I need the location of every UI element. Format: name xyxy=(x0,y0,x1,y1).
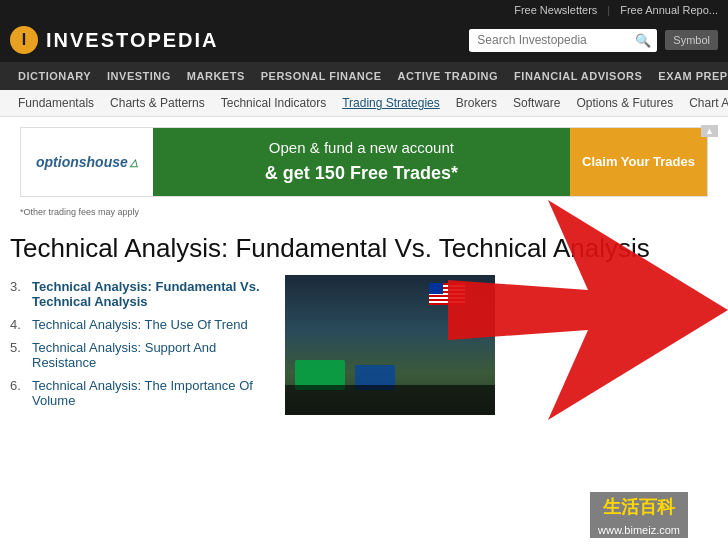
toc-link-5[interactable]: Technical Analysis: Support And Resistan… xyxy=(32,340,270,370)
watermark: 生活百科 www.bimeiz.com xyxy=(590,492,688,538)
top-bar: Free Newsletters | Free Annual Repo... xyxy=(0,0,728,20)
subnav-options-futures[interactable]: Options & Futures xyxy=(568,90,681,116)
nav-dictionary[interactable]: DICTIONARY xyxy=(10,62,99,90)
top-divider: | xyxy=(607,4,610,16)
toc-num-4: 4. xyxy=(10,317,26,332)
ad-subheadline: & get 150 Free Trades* xyxy=(265,163,458,183)
nav-active-trading[interactable]: ACTIVE TRADING xyxy=(390,62,507,90)
logo[interactable]: I INVESTOPEDIA xyxy=(10,26,219,54)
toc-link-3[interactable]: Technical Analysis: Fundamental Vs. Tech… xyxy=(32,279,270,309)
nav-markets[interactable]: MARKETS xyxy=(179,62,253,90)
table-of-contents: 3. Technical Analysis: Fundamental Vs. T… xyxy=(10,275,270,415)
ad-text: Open & fund a new account & get 150 Free… xyxy=(265,137,458,187)
toc-num-5: 5. xyxy=(10,340,26,355)
subnav-software[interactable]: Software xyxy=(505,90,568,116)
article-image xyxy=(285,275,495,415)
toc-link-6[interactable]: Technical Analysis: The Importance Of Vo… xyxy=(32,378,270,408)
watermark-url: www.bimeiz.com xyxy=(590,522,688,538)
ad-cta[interactable]: Claim Your Trades xyxy=(570,128,707,196)
ad-middle: Open & fund a new account & get 150 Free… xyxy=(153,128,570,196)
search-input[interactable] xyxy=(469,29,629,51)
flag-canton xyxy=(429,283,443,294)
subnav-charts-patterns[interactable]: Charts & Patterns xyxy=(102,90,213,116)
nav-investing[interactable]: INVESTING xyxy=(99,62,179,90)
sub-nav: Fundamentals Charts & Patterns Technical… xyxy=(0,90,728,117)
toc-item-5[interactable]: 5. Technical Analysis: Support And Resis… xyxy=(10,336,270,374)
header-right: 🔍 Symbol xyxy=(469,29,718,52)
us-flag xyxy=(429,283,465,305)
main-nav: DICTIONARY INVESTING MARKETS PERSONAL FI… xyxy=(0,62,728,90)
toc-item-6[interactable]: 6. Technical Analysis: The Importance Of… xyxy=(10,374,270,412)
free-newsletters-link[interactable]: Free Newsletters xyxy=(514,4,597,16)
subnav-fundamentals[interactable]: Fundamentals xyxy=(10,90,102,116)
toc-num-3: 3. xyxy=(10,279,26,294)
people-silhouette xyxy=(285,385,495,415)
toc-item-4[interactable]: 4. Technical Analysis: The Use Of Trend xyxy=(10,313,270,336)
nav-exam-prep[interactable]: EXAM PREP xyxy=(650,62,728,90)
search-button[interactable]: 🔍 xyxy=(629,29,657,52)
toc-num-6: 6. xyxy=(10,378,26,393)
logo-text: INVESTOPEDIA xyxy=(46,29,219,52)
header: I INVESTOPEDIA 🔍 Symbol xyxy=(0,20,728,62)
toc-link-4[interactable]: Technical Analysis: The Use Of Trend xyxy=(32,317,248,332)
subnav-chart-advisor[interactable]: Chart Advisor xyxy=(681,90,728,116)
toc-item-3[interactable]: 3. Technical Analysis: Fundamental Vs. T… xyxy=(10,275,270,313)
exchange-floor xyxy=(285,275,495,415)
subnav-brokers[interactable]: Brokers xyxy=(448,90,505,116)
content-area: 3. Technical Analysis: Fundamental Vs. T… xyxy=(0,269,728,415)
ad-wrapper: ▲ optionshouse △ Open & fund a new accou… xyxy=(10,127,718,219)
free-annual-report-link[interactable]: Free Annual Repo... xyxy=(620,4,718,16)
logo-icon: I xyxy=(10,26,38,54)
page-wrapper: Free Newsletters | Free Annual Repo... I… xyxy=(0,0,728,546)
stock-exchange-photo xyxy=(285,275,495,415)
page-title: Technical Analysis: Fundamental Vs. Tech… xyxy=(0,227,728,269)
subnav-technical-indicators[interactable]: Technical Indicators xyxy=(213,90,334,116)
optionshouse-logo: optionshouse xyxy=(36,154,128,170)
ad-banner[interactable]: optionshouse △ Open & fund a new account… xyxy=(20,127,708,197)
watermark-main-text: 生活百科 xyxy=(590,492,688,522)
ad-tag[interactable]: ▲ xyxy=(701,125,718,137)
nav-personal-finance[interactable]: PERSONAL FINANCE xyxy=(253,62,390,90)
symbol-button[interactable]: Symbol xyxy=(665,30,718,50)
ad-headline: Open & fund a new account xyxy=(269,139,454,156)
optionshouse-triangle: △ xyxy=(130,157,138,168)
ad-disclaimer: *Other trading fees may apply xyxy=(10,205,718,219)
claim-button-text: Claim Your Trades xyxy=(582,154,695,171)
ad-brand: optionshouse △ xyxy=(21,144,153,180)
search-box: 🔍 xyxy=(469,29,657,52)
subnav-trading-strategies[interactable]: Trading Strategies xyxy=(334,90,448,116)
nav-financial-advisors[interactable]: FINANCIAL ADVISORS xyxy=(506,62,650,90)
